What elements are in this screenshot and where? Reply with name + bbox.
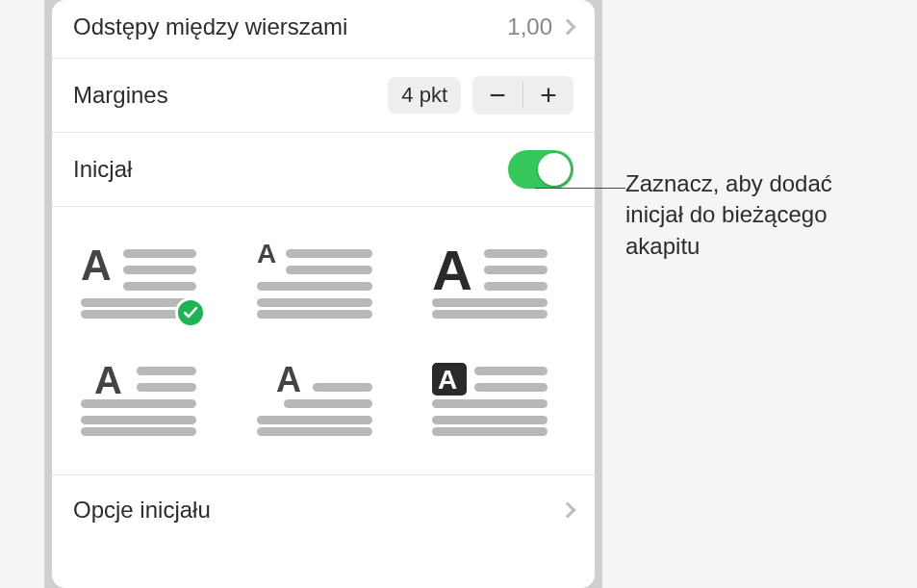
toggle-knob: [538, 153, 571, 186]
drop-cap-styles-grid: A A: [52, 207, 595, 475]
drop-cap-style-2[interactable]: A: [257, 242, 372, 319]
drop-cap-style-5[interactable]: A: [257, 359, 372, 436]
margin-label: Margines: [73, 82, 388, 109]
settings-panel: Odstępy między wierszami 1,00 Margines 4…: [52, 0, 595, 588]
settings-panel-container: Odstępy między wierszami 1,00 Margines 4…: [44, 0, 602, 588]
svg-text:A: A: [81, 242, 112, 289]
margin-increase-button[interactable]: +: [523, 76, 573, 115]
checkmark-icon: [175, 297, 206, 328]
svg-rect-11: [257, 310, 372, 319]
line-spacing-row[interactable]: Odstępy między wierszami 1,00: [52, 0, 595, 59]
svg-rect-17: [432, 310, 548, 319]
svg-rect-3: [123, 282, 196, 291]
chevron-right-icon: [560, 19, 576, 36]
svg-rect-20: [137, 383, 196, 392]
margin-stepper: − +: [472, 76, 573, 115]
callout-leader-line: [535, 188, 625, 189]
svg-rect-35: [432, 427, 548, 436]
drop-cap-row: Inicjał: [52, 133, 595, 207]
svg-rect-34: [432, 416, 548, 424]
svg-text:A: A: [438, 365, 457, 395]
svg-rect-22: [81, 416, 196, 424]
svg-rect-32: [474, 383, 548, 392]
svg-rect-33: [432, 399, 548, 408]
svg-rect-21: [81, 399, 196, 408]
svg-text:A: A: [257, 242, 276, 268]
svg-text:A: A: [432, 242, 472, 301]
svg-rect-31: [474, 367, 548, 375]
drop-cap-style-4[interactable]: A: [81, 359, 196, 436]
svg-rect-15: [484, 282, 548, 291]
svg-rect-9: [257, 282, 372, 291]
drop-cap-style-6[interactable]: A: [432, 359, 548, 436]
drop-cap-options-row[interactable]: Opcje inicjału: [52, 475, 595, 545]
margin-value: 4 pkt: [388, 77, 461, 114]
svg-rect-25: [313, 383, 372, 392]
svg-rect-26: [284, 399, 372, 408]
drop-cap-style-3[interactable]: A: [432, 242, 548, 319]
margin-decrease-button[interactable]: −: [472, 76, 522, 115]
svg-rect-7: [286, 249, 372, 258]
drop-cap-options-label: Opcje inicjału: [73, 497, 562, 524]
svg-rect-2: [123, 266, 196, 274]
svg-rect-1: [123, 249, 196, 258]
line-spacing-value: 1,00: [507, 13, 552, 40]
drop-cap-style-1[interactable]: A: [81, 242, 196, 319]
svg-rect-23: [81, 427, 196, 436]
svg-rect-28: [257, 427, 372, 436]
margin-row: Margines 4 pkt − +: [52, 59, 595, 133]
svg-rect-14: [484, 266, 548, 274]
svg-rect-16: [432, 298, 548, 307]
svg-text:A: A: [276, 360, 301, 399]
drop-cap-label: Inicjał: [73, 156, 508, 183]
svg-rect-19: [137, 367, 196, 375]
svg-text:A: A: [94, 359, 122, 401]
svg-rect-10: [257, 298, 372, 307]
svg-rect-27: [257, 416, 372, 424]
chevron-right-icon: [560, 502, 576, 519]
svg-rect-13: [484, 249, 548, 258]
drop-cap-toggle[interactable]: [508, 150, 573, 189]
line-spacing-label: Odstępy między wierszami: [73, 13, 507, 40]
callout-text: Zaznacz, aby dodać inicjał do bieżącego …: [625, 168, 895, 262]
svg-rect-8: [286, 266, 372, 274]
